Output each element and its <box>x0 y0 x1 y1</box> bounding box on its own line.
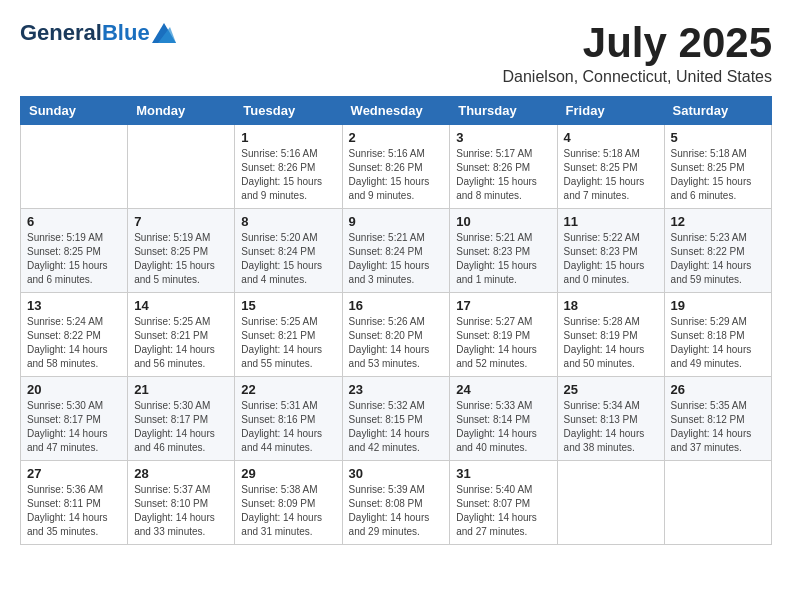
header-day-tuesday: Tuesday <box>235 97 342 125</box>
calendar-cell: 25Sunrise: 5:34 AM Sunset: 8:13 PM Dayli… <box>557 377 664 461</box>
day-number: 30 <box>349 466 444 481</box>
day-detail: Sunrise: 5:39 AM Sunset: 8:08 PM Dayligh… <box>349 483 444 539</box>
day-detail: Sunrise: 5:19 AM Sunset: 8:25 PM Dayligh… <box>134 231 228 287</box>
day-number: 21 <box>134 382 228 397</box>
logo-icon <box>152 23 176 43</box>
day-number: 27 <box>27 466 121 481</box>
day-detail: Sunrise: 5:20 AM Sunset: 8:24 PM Dayligh… <box>241 231 335 287</box>
calendar-cell: 6Sunrise: 5:19 AM Sunset: 8:25 PM Daylig… <box>21 209 128 293</box>
day-number: 17 <box>456 298 550 313</box>
calendar-cell: 28Sunrise: 5:37 AM Sunset: 8:10 PM Dayli… <box>128 461 235 545</box>
day-detail: Sunrise: 5:18 AM Sunset: 8:25 PM Dayligh… <box>671 147 765 203</box>
calendar-body: 1Sunrise: 5:16 AM Sunset: 8:26 PM Daylig… <box>21 125 772 545</box>
day-number: 25 <box>564 382 658 397</box>
day-number: 6 <box>27 214 121 229</box>
logo: GeneralBlue <box>20 20 176 46</box>
week-row-2: 13Sunrise: 5:24 AM Sunset: 8:22 PM Dayli… <box>21 293 772 377</box>
day-detail: Sunrise: 5:16 AM Sunset: 8:26 PM Dayligh… <box>241 147 335 203</box>
month-title: July 2025 <box>503 20 772 66</box>
calendar-cell: 15Sunrise: 5:25 AM Sunset: 8:21 PM Dayli… <box>235 293 342 377</box>
day-number: 26 <box>671 382 765 397</box>
day-detail: Sunrise: 5:29 AM Sunset: 8:18 PM Dayligh… <box>671 315 765 371</box>
calendar-cell: 22Sunrise: 5:31 AM Sunset: 8:16 PM Dayli… <box>235 377 342 461</box>
calendar-cell <box>21 125 128 209</box>
header-day-monday: Monday <box>128 97 235 125</box>
calendar-cell: 10Sunrise: 5:21 AM Sunset: 8:23 PM Dayli… <box>450 209 557 293</box>
day-number: 12 <box>671 214 765 229</box>
day-number: 13 <box>27 298 121 313</box>
day-number: 22 <box>241 382 335 397</box>
day-detail: Sunrise: 5:40 AM Sunset: 8:07 PM Dayligh… <box>456 483 550 539</box>
week-row-1: 6Sunrise: 5:19 AM Sunset: 8:25 PM Daylig… <box>21 209 772 293</box>
calendar-cell: 30Sunrise: 5:39 AM Sunset: 8:08 PM Dayli… <box>342 461 450 545</box>
day-number: 31 <box>456 466 550 481</box>
day-number: 8 <box>241 214 335 229</box>
logo-text: GeneralBlue <box>20 20 176 46</box>
title-block: July 2025 Danielson, Connecticut, United… <box>503 20 772 86</box>
calendar-cell: 21Sunrise: 5:30 AM Sunset: 8:17 PM Dayli… <box>128 377 235 461</box>
calendar-cell: 27Sunrise: 5:36 AM Sunset: 8:11 PM Dayli… <box>21 461 128 545</box>
day-detail: Sunrise: 5:19 AM Sunset: 8:25 PM Dayligh… <box>27 231 121 287</box>
day-number: 9 <box>349 214 444 229</box>
day-detail: Sunrise: 5:18 AM Sunset: 8:25 PM Dayligh… <box>564 147 658 203</box>
calendar-cell: 18Sunrise: 5:28 AM Sunset: 8:19 PM Dayli… <box>557 293 664 377</box>
calendar-cell: 17Sunrise: 5:27 AM Sunset: 8:19 PM Dayli… <box>450 293 557 377</box>
day-number: 23 <box>349 382 444 397</box>
calendar-cell: 31Sunrise: 5:40 AM Sunset: 8:07 PM Dayli… <box>450 461 557 545</box>
day-detail: Sunrise: 5:30 AM Sunset: 8:17 PM Dayligh… <box>27 399 121 455</box>
day-number: 3 <box>456 130 550 145</box>
calendar-cell: 3Sunrise: 5:17 AM Sunset: 8:26 PM Daylig… <box>450 125 557 209</box>
week-row-4: 27Sunrise: 5:36 AM Sunset: 8:11 PM Dayli… <box>21 461 772 545</box>
calendar-cell: 29Sunrise: 5:38 AM Sunset: 8:09 PM Dayli… <box>235 461 342 545</box>
header-day-thursday: Thursday <box>450 97 557 125</box>
day-number: 16 <box>349 298 444 313</box>
day-detail: Sunrise: 5:35 AM Sunset: 8:12 PM Dayligh… <box>671 399 765 455</box>
page-header: GeneralBlue July 2025 Danielson, Connect… <box>20 20 772 86</box>
day-number: 18 <box>564 298 658 313</box>
day-number: 7 <box>134 214 228 229</box>
calendar-cell <box>557 461 664 545</box>
day-number: 4 <box>564 130 658 145</box>
day-detail: Sunrise: 5:21 AM Sunset: 8:24 PM Dayligh… <box>349 231 444 287</box>
day-number: 24 <box>456 382 550 397</box>
day-number: 1 <box>241 130 335 145</box>
day-detail: Sunrise: 5:23 AM Sunset: 8:22 PM Dayligh… <box>671 231 765 287</box>
day-number: 29 <box>241 466 335 481</box>
day-number: 28 <box>134 466 228 481</box>
calendar-cell: 2Sunrise: 5:16 AM Sunset: 8:26 PM Daylig… <box>342 125 450 209</box>
day-detail: Sunrise: 5:26 AM Sunset: 8:20 PM Dayligh… <box>349 315 444 371</box>
calendar-cell: 7Sunrise: 5:19 AM Sunset: 8:25 PM Daylig… <box>128 209 235 293</box>
day-detail: Sunrise: 5:32 AM Sunset: 8:15 PM Dayligh… <box>349 399 444 455</box>
calendar-cell: 9Sunrise: 5:21 AM Sunset: 8:24 PM Daylig… <box>342 209 450 293</box>
logo-blue: Blue <box>102 20 150 46</box>
calendar-cell: 20Sunrise: 5:30 AM Sunset: 8:17 PM Dayli… <box>21 377 128 461</box>
calendar-header: SundayMondayTuesdayWednesdayThursdayFrid… <box>21 97 772 125</box>
day-number: 5 <box>671 130 765 145</box>
day-detail: Sunrise: 5:24 AM Sunset: 8:22 PM Dayligh… <box>27 315 121 371</box>
calendar-cell: 23Sunrise: 5:32 AM Sunset: 8:15 PM Dayli… <box>342 377 450 461</box>
calendar-cell: 1Sunrise: 5:16 AM Sunset: 8:26 PM Daylig… <box>235 125 342 209</box>
location: Danielson, Connecticut, United States <box>503 68 772 86</box>
calendar-cell: 12Sunrise: 5:23 AM Sunset: 8:22 PM Dayli… <box>664 209 771 293</box>
day-detail: Sunrise: 5:25 AM Sunset: 8:21 PM Dayligh… <box>134 315 228 371</box>
calendar-cell <box>664 461 771 545</box>
day-detail: Sunrise: 5:28 AM Sunset: 8:19 PM Dayligh… <box>564 315 658 371</box>
calendar-cell: 4Sunrise: 5:18 AM Sunset: 8:25 PM Daylig… <box>557 125 664 209</box>
day-detail: Sunrise: 5:22 AM Sunset: 8:23 PM Dayligh… <box>564 231 658 287</box>
day-detail: Sunrise: 5:25 AM Sunset: 8:21 PM Dayligh… <box>241 315 335 371</box>
day-number: 2 <box>349 130 444 145</box>
day-detail: Sunrise: 5:37 AM Sunset: 8:10 PM Dayligh… <box>134 483 228 539</box>
day-number: 11 <box>564 214 658 229</box>
calendar-cell: 26Sunrise: 5:35 AM Sunset: 8:12 PM Dayli… <box>664 377 771 461</box>
header-day-friday: Friday <box>557 97 664 125</box>
header-day-wednesday: Wednesday <box>342 97 450 125</box>
calendar-cell <box>128 125 235 209</box>
day-detail: Sunrise: 5:33 AM Sunset: 8:14 PM Dayligh… <box>456 399 550 455</box>
calendar-cell: 24Sunrise: 5:33 AM Sunset: 8:14 PM Dayli… <box>450 377 557 461</box>
calendar-cell: 14Sunrise: 5:25 AM Sunset: 8:21 PM Dayli… <box>128 293 235 377</box>
day-number: 10 <box>456 214 550 229</box>
day-detail: Sunrise: 5:36 AM Sunset: 8:11 PM Dayligh… <box>27 483 121 539</box>
calendar-cell: 8Sunrise: 5:20 AM Sunset: 8:24 PM Daylig… <box>235 209 342 293</box>
week-row-3: 20Sunrise: 5:30 AM Sunset: 8:17 PM Dayli… <box>21 377 772 461</box>
day-number: 15 <box>241 298 335 313</box>
